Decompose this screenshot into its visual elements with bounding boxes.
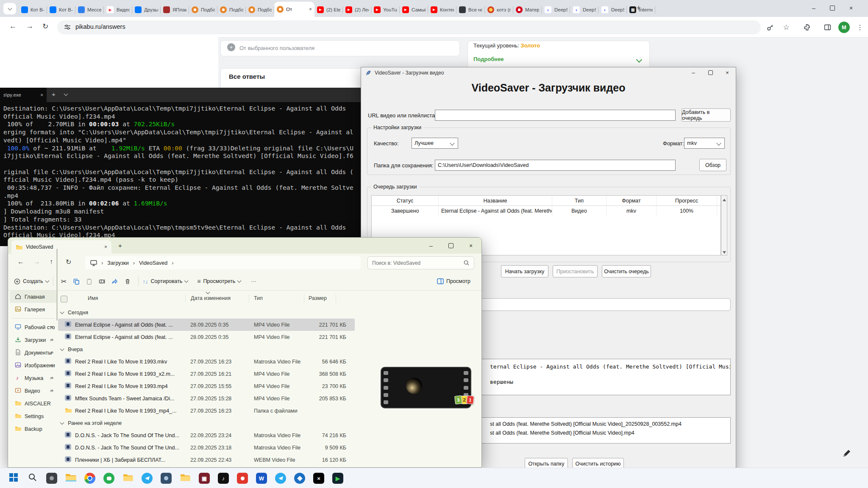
taskbar-app-app-video[interactable]: ▶ bbox=[331, 470, 345, 487]
side-panel-icon[interactable] bbox=[823, 22, 832, 32]
sidebar-item-главная[interactable]: Главная bbox=[10, 291, 56, 303]
queue-column-header[interactable]: Формат bbox=[606, 196, 657, 205]
close-icon[interactable]: × bbox=[40, 92, 43, 97]
taskbar-app-music[interactable]: ♪ bbox=[217, 470, 230, 487]
browser-maximize-button[interactable] bbox=[823, 0, 842, 16]
taskbar-app-folder[interactable] bbox=[121, 470, 135, 487]
file-row[interactable]: Reel 2 Real I Like To Move It 1993_x2.m.… bbox=[58, 368, 355, 380]
password-key-icon[interactable] bbox=[765, 22, 775, 32]
file-row[interactable]: D.O.N.S. - Jack To The Sound Of The Und.… bbox=[58, 429, 355, 441]
column-size[interactable]: Размер bbox=[309, 295, 327, 301]
browser-menu-icon[interactable]: ⋮ bbox=[855, 22, 865, 32]
create-button[interactable]: Создать bbox=[14, 278, 49, 285]
share-icon[interactable] bbox=[108, 278, 121, 285]
column-name[interactable]: Имя bbox=[88, 295, 98, 301]
site-info-icon[interactable] bbox=[63, 22, 72, 32]
queue-column-header[interactable]: Название bbox=[439, 196, 552, 205]
terminal-new-tab-button[interactable]: + bbox=[52, 91, 56, 98]
file-row[interactable]: D.O.N.S. - Jack To The Sound Of The Und.… bbox=[58, 441, 355, 454]
file-group-header[interactable]: Вчера bbox=[61, 343, 230, 355]
taskbar-app-folder[interactable] bbox=[178, 470, 192, 487]
sort-button[interactable]: ↑↓ Сортировать bbox=[143, 278, 188, 285]
scroll-up-icon[interactable] bbox=[723, 197, 726, 201]
taskbar-app-app-green[interactable] bbox=[102, 470, 116, 487]
browser-tab[interactable]: (2) Eter bbox=[314, 3, 343, 17]
browser-tab[interactable]: котэ (п bbox=[485, 3, 513, 17]
file-row[interactable]: Mflex Sounds Team - Sweet Jamaica /Di...… bbox=[58, 392, 355, 405]
more-link[interactable]: Подробнее bbox=[473, 56, 504, 62]
explorer-close-button[interactable]: × bbox=[462, 238, 480, 254]
browser-tab-active[interactable]: От× bbox=[274, 2, 314, 17]
extensions-puzzle-icon[interactable] bbox=[802, 22, 812, 32]
videosaver-close-button[interactable]: × bbox=[719, 67, 736, 78]
column-date[interactable]: Дата изменения bbox=[191, 295, 231, 301]
terminal-output[interactable]: Destination: C:\Users\User\AppData\Local… bbox=[3, 105, 384, 239]
view-button[interactable]: ≡ Просмотреть bbox=[197, 278, 241, 285]
taskbar-app-explorer[interactable] bbox=[64, 470, 78, 487]
scroll-down-icon[interactable] bbox=[723, 251, 726, 255]
sidebar-item-галерея[interactable]: Галерея bbox=[10, 303, 56, 316]
start-download-button[interactable]: Начать загрузку bbox=[501, 265, 548, 277]
taskbar-app-word[interactable]: W bbox=[255, 470, 268, 487]
sidebar-scrollbar[interactable] bbox=[56, 249, 58, 321]
sidebar-item-aiscaler[interactable]: AISCALER bbox=[10, 397, 56, 410]
search-input[interactable]: Поиск в: VideoSaved bbox=[367, 256, 474, 269]
back-icon[interactable]: ← bbox=[17, 258, 24, 266]
browser-tab[interactable]: YouTub bbox=[371, 3, 400, 17]
refresh-icon[interactable]: ↻ bbox=[66, 258, 71, 266]
new-tab-button[interactable]: + bbox=[634, 4, 644, 13]
terminal-tab[interactable]: s\py.exe × bbox=[0, 88, 47, 102]
quality-dropdown[interactable]: Лучшее bbox=[412, 138, 458, 149]
taskbar-app-start[interactable] bbox=[7, 470, 20, 487]
sidebar-item-рабочий сто[interactable]: Рабочий сто bbox=[10, 321, 56, 333]
taskbar-app-app-slate[interactable] bbox=[159, 470, 173, 487]
file-row[interactable]: Eternal Eclipse - Against all Odds (feat… bbox=[58, 331, 355, 343]
add-to-queue-button[interactable]: Добавить в очередь bbox=[682, 108, 731, 122]
breadcrumb[interactable]: ›Загрузки›VideoSaved› bbox=[85, 256, 361, 269]
reload-icon[interactable]: ↻ bbox=[42, 22, 48, 31]
folder-input[interactable]: C:\Users\User\Downloads\VideoSaved bbox=[435, 160, 676, 171]
file-row[interactable]: Пленники | ХБ | Забирай БЕСПЛАТ...22.09.… bbox=[58, 454, 355, 466]
browser-tab[interactable]: Контен bbox=[428, 3, 456, 17]
more-options-button[interactable]: ··· bbox=[251, 278, 256, 284]
url-text[interactable]: pikabu.ru/answers bbox=[75, 23, 125, 30]
cut-icon[interactable]: ✂ bbox=[58, 277, 70, 286]
browser-tab[interactable]: Мессе bbox=[75, 3, 104, 17]
browser-tab[interactable]: Подбо bbox=[189, 3, 217, 17]
videosaver-title-bar[interactable]: VideoSaver - Загрузчик видео bbox=[361, 67, 736, 78]
videosaver-maximize-button[interactable] bbox=[702, 67, 719, 78]
sidebar-item-документы[interactable]: Документы bbox=[10, 347, 56, 359]
taskbar-app-app-red[interactable] bbox=[236, 470, 249, 487]
sidebar-item-settings[interactable]: Settings bbox=[10, 410, 56, 422]
sidebar-item-музыка[interactable]: ♪Музыка bbox=[10, 372, 56, 384]
explorer-maximize-button[interactable] bbox=[442, 238, 460, 254]
sidebar-item-видео[interactable]: Видео bbox=[10, 385, 56, 397]
taskbar-app-compass[interactable] bbox=[293, 470, 306, 487]
browser-tab[interactable]: DeepSe bbox=[570, 3, 598, 17]
browser-tab[interactable]: DeepSe bbox=[598, 3, 627, 17]
breadcrumb-item[interactable]: VideoSaved bbox=[139, 260, 167, 266]
preview-toggle-button[interactable]: Просмотр bbox=[437, 278, 470, 284]
delete-icon[interactable] bbox=[121, 278, 134, 285]
taskbar-app-search[interactable] bbox=[26, 470, 39, 487]
explorer-new-tab-button[interactable]: + bbox=[118, 242, 122, 249]
file-row[interactable]: Reel 2 Real I Like To Move It 1993_mp4_.… bbox=[58, 405, 355, 417]
browser-tab[interactable]: Кот В-К bbox=[47, 3, 75, 17]
taskbar-app-telegram[interactable] bbox=[140, 470, 154, 487]
stylus-pen-icon[interactable] bbox=[842, 449, 851, 460]
browser-tab[interactable]: Друзья bbox=[132, 3, 161, 17]
queue-row[interactable]: ЗавершеноEternal Eclipse - Against all O… bbox=[372, 206, 721, 216]
chevron-down-icon[interactable] bbox=[64, 92, 68, 96]
file-group-header[interactable]: Ранее на этой неделе bbox=[61, 417, 230, 429]
browser-tab[interactable]: Подбо bbox=[246, 3, 274, 17]
browser-tab[interactable]: DeepSe bbox=[542, 3, 570, 17]
format-dropdown[interactable]: mkv bbox=[684, 138, 725, 149]
queue-column-header[interactable]: Статус bbox=[372, 196, 439, 205]
sidebar-item-изображени[interactable]: Изображени bbox=[10, 359, 56, 372]
explorer-tab[interactable]: VideoSaved × bbox=[11, 240, 111, 254]
queue-scrollbar[interactable] bbox=[721, 195, 727, 255]
browser-tab[interactable]: Подбо bbox=[217, 3, 246, 17]
browser-close-button[interactable]: × bbox=[842, 0, 860, 16]
address-bar[interactable] bbox=[57, 20, 761, 34]
copy-icon[interactable] bbox=[70, 278, 83, 285]
